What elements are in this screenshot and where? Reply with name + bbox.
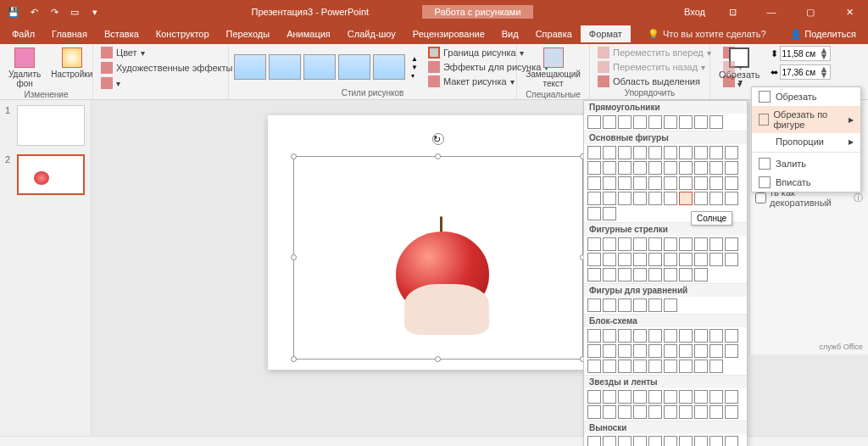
- shape-option[interactable]: [679, 146, 693, 159]
- shape-option[interactable]: [603, 161, 616, 175]
- shape-option[interactable]: [709, 390, 723, 404]
- shape-option[interactable]: [679, 390, 693, 404]
- shape-option[interactable]: [618, 390, 632, 404]
- shape-option[interactable]: [603, 360, 616, 373]
- shape-option[interactable]: [694, 176, 708, 190]
- picture-style-preset[interactable]: [234, 54, 266, 80]
- shape-option[interactable]: [679, 436, 693, 446]
- corrections-button[interactable]: Настройки: [47, 46, 96, 81]
- shape-option[interactable]: [603, 329, 616, 343]
- redo-icon[interactable]: ↷: [47, 5, 61, 19]
- shape-option[interactable]: [587, 176, 601, 190]
- tab-slideshow[interactable]: Слайд-шоу: [339, 25, 404, 42]
- shape-option[interactable]: [694, 268, 708, 282]
- shape-option[interactable]: [694, 146, 708, 159]
- remove-bg-button[interactable]: Удалить фон: [5, 46, 44, 90]
- shape-option[interactable]: [725, 237, 738, 251]
- close-icon[interactable]: ✕: [831, 0, 868, 24]
- shape-option[interactable]: [694, 253, 708, 266]
- rotate-handle[interactable]: ↻: [432, 133, 444, 145]
- aspect-ratio-item[interactable]: Пропорции▶: [752, 133, 860, 150]
- shape-option[interactable]: [679, 161, 693, 175]
- shape-option[interactable]: [648, 176, 662, 190]
- maximize-icon[interactable]: ▢: [792, 0, 829, 24]
- shape-option[interactable]: [664, 360, 677, 373]
- shape-option[interactable]: [633, 405, 647, 419]
- shape-option[interactable]: [664, 237, 677, 251]
- shape-option[interactable]: [618, 329, 632, 343]
- shape-option[interactable]: [664, 329, 677, 343]
- shape-option[interactable]: [664, 436, 677, 446]
- shape-option[interactable]: [633, 360, 647, 373]
- shape-option[interactable]: [603, 344, 616, 358]
- shape-option[interactable]: [709, 176, 723, 190]
- shape-option[interactable]: [603, 390, 616, 404]
- shape-option[interactable]: [618, 237, 632, 251]
- shape-option[interactable]: [664, 268, 677, 282]
- shape-option[interactable]: [709, 436, 723, 446]
- shape-option[interactable]: [709, 161, 723, 175]
- shape-option[interactable]: [679, 329, 693, 343]
- shape-option[interactable]: [618, 298, 632, 312]
- shape-option[interactable]: [633, 344, 647, 358]
- shape-option[interactable]: [725, 329, 738, 343]
- shape-option[interactable]: [587, 192, 601, 205]
- shape-option[interactable]: [603, 176, 616, 190]
- slide-thumb-2[interactable]: 2: [5, 154, 86, 195]
- tab-view[interactable]: Вид: [493, 25, 527, 42]
- gallery-down-icon[interactable]: ▼: [411, 64, 418, 71]
- shape-option[interactable]: [694, 436, 708, 446]
- shape-option[interactable]: [648, 161, 662, 175]
- shape-option[interactable]: [725, 344, 738, 358]
- width-input[interactable]: ▲▼: [780, 64, 832, 80]
- gallery-up-icon[interactable]: ▲: [411, 55, 418, 63]
- shape-option[interactable]: [694, 161, 708, 175]
- shape-option[interactable]: [664, 298, 677, 312]
- shape-option[interactable]: [694, 237, 708, 251]
- shape-option[interactable]: [603, 405, 616, 419]
- tab-file[interactable]: Файл: [3, 25, 43, 42]
- shape-option[interactable]: [664, 344, 677, 358]
- shape-option[interactable]: [648, 405, 662, 419]
- shape-option[interactable]: [618, 360, 632, 373]
- shape-option[interactable]: [633, 298, 647, 312]
- shape-option[interactable]: [587, 146, 601, 159]
- shape-option[interactable]: [587, 115, 601, 129]
- share-button[interactable]: 👤 Поделиться: [782, 25, 865, 43]
- shape-option[interactable]: [587, 268, 601, 282]
- shape-option[interactable]: [725, 405, 738, 419]
- shape-option[interactable]: [587, 207, 601, 220]
- shape-option[interactable]: [679, 360, 693, 373]
- shape-option[interactable]: [633, 329, 647, 343]
- shape-option[interactable]: [694, 344, 708, 358]
- shape-option[interactable]: [664, 405, 677, 419]
- shape-option[interactable]: [648, 390, 662, 404]
- shape-option[interactable]: [648, 115, 662, 129]
- shape-option[interactable]: [618, 161, 632, 175]
- tab-design[interactable]: Конструктор: [147, 25, 218, 42]
- height-input[interactable]: ▲▼: [780, 46, 832, 61]
- shape-option[interactable]: [618, 253, 632, 266]
- shape-option[interactable]: [648, 298, 662, 312]
- shape-option[interactable]: [603, 436, 616, 446]
- group-icon[interactable]: ▾: [721, 60, 745, 74]
- ribbon-options-icon[interactable]: ⊡: [714, 0, 751, 24]
- shape-option[interactable]: [587, 253, 601, 266]
- shape-option[interactable]: [709, 405, 723, 419]
- shape-option[interactable]: [694, 360, 708, 373]
- shape-option[interactable]: [618, 268, 632, 282]
- shape-option[interactable]: [694, 405, 708, 419]
- shape-option[interactable]: [709, 115, 723, 129]
- shape-option[interactable]: [679, 237, 693, 251]
- shape-option[interactable]: [679, 344, 693, 358]
- shape-option[interactable]: [694, 115, 708, 129]
- shape-option[interactable]: [633, 146, 647, 159]
- shape-option[interactable]: [664, 253, 677, 266]
- shape-option[interactable]: [664, 161, 677, 175]
- shape-option[interactable]: [679, 115, 693, 129]
- shape-option[interactable]: [618, 176, 632, 190]
- shape-option[interactable]: [679, 192, 693, 205]
- fit-item[interactable]: Вписать: [752, 173, 860, 192]
- shape-option[interactable]: [648, 360, 662, 373]
- shape-option[interactable]: [603, 146, 616, 159]
